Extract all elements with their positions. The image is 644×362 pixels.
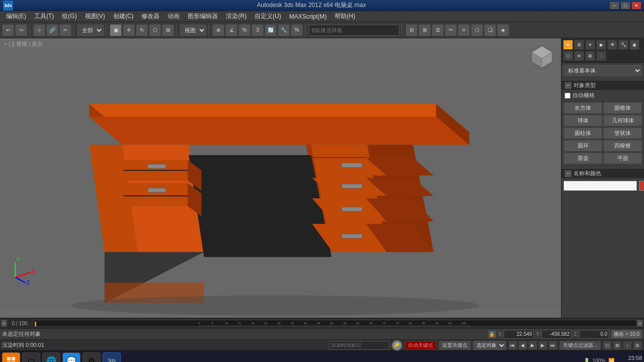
snap-pct[interactable]: % — [238, 24, 251, 36]
lock-button[interactable]: 🔒 — [488, 330, 496, 338]
app4-button[interactable]: ⚙ — [83, 352, 101, 363]
rp-motion-icon[interactable]: ▶ — [596, 40, 606, 50]
tb-ribbon[interactable]: ≡ — [458, 24, 470, 36]
tb-extra3[interactable]: 🔧 — [278, 24, 290, 36]
obj-box[interactable]: 长方体 — [564, 102, 602, 114]
menu-tools[interactable]: 工具(T) — [30, 11, 58, 22]
anim-extra2[interactable]: ⊠ — [613, 341, 622, 350]
timeline-prev-button[interactable]: < — [1, 320, 7, 327]
menu-graph-editor[interactable]: 图形编辑器 — [184, 11, 222, 22]
x-input[interactable] — [504, 330, 534, 339]
unlink-button[interactable]: ✂ — [59, 24, 71, 36]
maximize-button[interactable]: □ — [621, 2, 630, 9]
move-button[interactable]: ✛ — [123, 24, 135, 36]
scale-button[interactable]: ⬡ — [149, 24, 161, 36]
view-dropdown[interactable]: 视图 — [180, 25, 206, 36]
anim-extra4[interactable]: ⊞ — [633, 341, 642, 350]
set-key-button[interactable]: 设置关键点 — [439, 341, 471, 350]
object-name-input[interactable] — [564, 181, 637, 191]
tb-extra7[interactable]: ◈ — [497, 24, 509, 36]
object-color-swatch[interactable] — [639, 181, 644, 191]
rp-extra5[interactable]: ⋮ — [596, 51, 606, 61]
key-filter-dropdown[interactable]: 选定对象 — [473, 341, 506, 350]
rp-extra3[interactable]: ≋ — [574, 51, 584, 61]
align-button[interactable]: ⊞ — [419, 24, 431, 36]
viewcube[interactable] — [527, 42, 557, 73]
rp-utilities-icon[interactable]: 🔧 — [618, 40, 628, 50]
name-section-collapse-btn[interactable]: − — [565, 170, 572, 177]
redo-button[interactable]: ↪ — [15, 24, 27, 36]
menu-render[interactable]: 渲染(R) — [222, 11, 251, 22]
menu-modifier[interactable]: 修改器 — [137, 11, 164, 22]
obj-cone[interactable]: 圆锥体 — [603, 102, 642, 114]
start-button[interactable] — [2, 352, 20, 363]
browser-button[interactable]: 🌐 — [42, 352, 60, 363]
named-selection-input[interactable] — [309, 25, 399, 36]
tb-extra5[interactable]: ⬡ — [471, 24, 483, 36]
undo-button[interactable]: ↩ — [2, 24, 14, 36]
tb-layer[interactable]: ☰ — [432, 24, 444, 36]
tb-extra6[interactable]: ❏ — [484, 24, 496, 36]
go-end-button[interactable]: ⏭ — [548, 341, 557, 350]
minimize-button[interactable]: − — [610, 2, 619, 9]
primitive-type-dropdown[interactable]: 标准基本体 — [564, 65, 642, 76]
next-frame-button[interactable]: ▶ — [538, 341, 547, 350]
tb-extra4[interactable]: % — [291, 24, 303, 36]
link-button[interactable]: 🔗 — [46, 24, 58, 36]
anim-extra3[interactable]: ↕ — [623, 341, 632, 350]
obj-cylinder[interactable]: 圆柱体 — [564, 127, 602, 139]
close-button[interactable]: ✕ — [632, 2, 641, 9]
add-time-tag-input[interactable] — [329, 341, 389, 350]
rp-modify-icon[interactable]: ⚙ — [574, 40, 584, 50]
rp-display-icon[interactable]: 👁 — [607, 40, 617, 50]
menu-help[interactable]: 帮助(H) — [331, 11, 359, 22]
toolbar-separator5 — [208, 24, 210, 36]
section-collapse-btn[interactable]: − — [565, 82, 572, 89]
rp-extra4[interactable]: ⊞ — [585, 51, 595, 61]
y-input[interactable] — [541, 330, 572, 339]
menu-anim[interactable]: 动画 — [164, 11, 184, 22]
tb-extra2[interactable]: 🔄 — [265, 24, 277, 36]
timeline-slider[interactable]: 0 5 10 15 20 25 30 35 40 45 50 55 60 65 … — [32, 320, 637, 327]
snap-toggle[interactable]: ⊕ — [212, 24, 224, 36]
go-start-button[interactable]: ⏮ — [508, 341, 517, 350]
select-obj-button[interactable]: ▣ — [110, 24, 122, 36]
filter-dropdown[interactable]: 全部 — [77, 25, 104, 36]
tb-curve[interactable]: 〜 — [445, 24, 457, 36]
rp-extra2[interactable]: ⬡ — [563, 51, 573, 61]
obj-plane[interactable]: 平面 — [603, 153, 642, 164]
play-button[interactable]: ▶ — [528, 341, 537, 350]
obj-pyramid[interactable]: 四棱锥 — [603, 140, 642, 152]
z-input[interactable] — [579, 330, 609, 339]
obj-geosphere[interactable]: 几何球体 — [603, 115, 642, 126]
auto-key-button[interactable]: 自动关键点 — [405, 341, 437, 350]
chat-button[interactable]: 💬 — [62, 352, 80, 363]
max-taskbar-button[interactable]: 3ds — [103, 352, 121, 363]
rotate-button[interactable]: ↻ — [136, 24, 148, 36]
rp-extra1[interactable]: ◉ — [629, 40, 639, 50]
menu-edit[interactable]: 编辑(E) — [2, 11, 30, 22]
rp-create-icon[interactable]: ✦ — [563, 40, 573, 50]
snap-angle[interactable]: ∡ — [225, 24, 237, 36]
rp-hierarchy-icon[interactable]: ⚭ — [585, 40, 595, 50]
menu-view[interactable]: 视图(V) — [81, 11, 109, 22]
menu-maxscript[interactable]: MAXScript(M) — [285, 12, 331, 21]
anim-extra1[interactable]: ◰ — [603, 341, 612, 350]
tb-extra1[interactable]: 3 — [252, 24, 264, 36]
obj-teapot[interactable]: 茶壶 — [564, 153, 602, 164]
menu-create[interactable]: 创建(C) — [109, 11, 138, 22]
viewport[interactable]: + | || 透视 | 真实 — [0, 38, 561, 318]
mirror-button[interactable]: ⊟ — [406, 24, 418, 36]
key-filter-button[interactable]: 关键点过滤器... — [559, 341, 601, 350]
menu-custom[interactable]: 自定义(U) — [251, 11, 285, 22]
timeline-next-button[interactable]: > — [637, 320, 643, 327]
prev-frame-button[interactable]: ◀ — [518, 341, 527, 350]
reference-button[interactable]: ⊞ — [162, 24, 174, 36]
obj-tube[interactable]: 管状体 — [603, 127, 642, 139]
menu-group[interactable]: 组(G) — [58, 11, 80, 22]
auto-grid-checkbox[interactable] — [565, 93, 571, 99]
obj-sphere[interactable]: 球体 — [564, 115, 602, 126]
explorer-button[interactable]: 🗂 — [22, 352, 40, 363]
obj-torus[interactable]: 圆环 — [564, 140, 602, 152]
select-button[interactable]: ⊹ — [33, 24, 45, 36]
